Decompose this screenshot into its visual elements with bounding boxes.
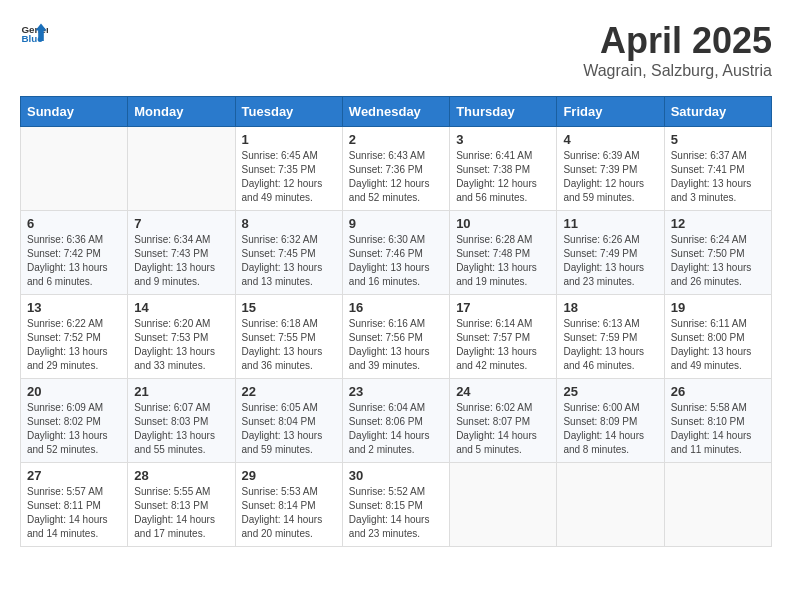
calendar-cell [450,463,557,547]
day-number: 18 [563,300,657,315]
day-info: Sunrise: 6:41 AM Sunset: 7:38 PM Dayligh… [456,149,550,205]
calendar-cell: 20Sunrise: 6:09 AM Sunset: 8:02 PM Dayli… [21,379,128,463]
calendar-cell: 24Sunrise: 6:02 AM Sunset: 8:07 PM Dayli… [450,379,557,463]
day-info: Sunrise: 6:09 AM Sunset: 8:02 PM Dayligh… [27,401,121,457]
calendar-cell [21,127,128,211]
calendar-cell [557,463,664,547]
day-info: Sunrise: 6:20 AM Sunset: 7:53 PM Dayligh… [134,317,228,373]
calendar-cell: 21Sunrise: 6:07 AM Sunset: 8:03 PM Dayli… [128,379,235,463]
calendar-cell: 4Sunrise: 6:39 AM Sunset: 7:39 PM Daylig… [557,127,664,211]
calendar-cell: 28Sunrise: 5:55 AM Sunset: 8:13 PM Dayli… [128,463,235,547]
logo-icon: General Blue [20,20,48,48]
calendar-cell: 9Sunrise: 6:30 AM Sunset: 7:46 PM Daylig… [342,211,449,295]
day-number: 28 [134,468,228,483]
day-number: 4 [563,132,657,147]
page-header: General Blue April 2025 Wagrain, Salzbur… [20,20,772,80]
day-number: 15 [242,300,336,315]
calendar-table: SundayMondayTuesdayWednesdayThursdayFrid… [20,96,772,547]
day-number: 10 [456,216,550,231]
day-info: Sunrise: 6:05 AM Sunset: 8:04 PM Dayligh… [242,401,336,457]
day-number: 6 [27,216,121,231]
day-info: Sunrise: 6:43 AM Sunset: 7:36 PM Dayligh… [349,149,443,205]
calendar-header-row: SundayMondayTuesdayWednesdayThursdayFrid… [21,97,772,127]
calendar-cell: 7Sunrise: 6:34 AM Sunset: 7:43 PM Daylig… [128,211,235,295]
day-of-week-header: Saturday [664,97,771,127]
logo: General Blue [20,20,48,48]
month-title: April 2025 [583,20,772,62]
day-number: 11 [563,216,657,231]
day-number: 30 [349,468,443,483]
calendar-cell: 29Sunrise: 5:53 AM Sunset: 8:14 PM Dayli… [235,463,342,547]
calendar-cell [664,463,771,547]
day-info: Sunrise: 5:55 AM Sunset: 8:13 PM Dayligh… [134,485,228,541]
day-of-week-header: Thursday [450,97,557,127]
calendar-cell: 13Sunrise: 6:22 AM Sunset: 7:52 PM Dayli… [21,295,128,379]
day-number: 9 [349,216,443,231]
day-info: Sunrise: 6:02 AM Sunset: 8:07 PM Dayligh… [456,401,550,457]
day-info: Sunrise: 6:34 AM Sunset: 7:43 PM Dayligh… [134,233,228,289]
day-number: 2 [349,132,443,147]
calendar-week-row: 13Sunrise: 6:22 AM Sunset: 7:52 PM Dayli… [21,295,772,379]
calendar-cell: 15Sunrise: 6:18 AM Sunset: 7:55 PM Dayli… [235,295,342,379]
day-number: 22 [242,384,336,399]
day-info: Sunrise: 6:32 AM Sunset: 7:45 PM Dayligh… [242,233,336,289]
day-number: 8 [242,216,336,231]
day-of-week-header: Monday [128,97,235,127]
day-number: 25 [563,384,657,399]
calendar-cell: 26Sunrise: 5:58 AM Sunset: 8:10 PM Dayli… [664,379,771,463]
day-of-week-header: Sunday [21,97,128,127]
day-info: Sunrise: 6:00 AM Sunset: 8:09 PM Dayligh… [563,401,657,457]
day-number: 23 [349,384,443,399]
day-number: 20 [27,384,121,399]
day-info: Sunrise: 6:45 AM Sunset: 7:35 PM Dayligh… [242,149,336,205]
day-info: Sunrise: 6:36 AM Sunset: 7:42 PM Dayligh… [27,233,121,289]
day-info: Sunrise: 6:22 AM Sunset: 7:52 PM Dayligh… [27,317,121,373]
day-info: Sunrise: 6:18 AM Sunset: 7:55 PM Dayligh… [242,317,336,373]
day-info: Sunrise: 6:14 AM Sunset: 7:57 PM Dayligh… [456,317,550,373]
day-number: 13 [27,300,121,315]
day-info: Sunrise: 6:04 AM Sunset: 8:06 PM Dayligh… [349,401,443,457]
calendar-cell: 11Sunrise: 6:26 AM Sunset: 7:49 PM Dayli… [557,211,664,295]
calendar-cell: 19Sunrise: 6:11 AM Sunset: 8:00 PM Dayli… [664,295,771,379]
location-title: Wagrain, Salzburg, Austria [583,62,772,80]
day-number: 5 [671,132,765,147]
calendar-week-row: 27Sunrise: 5:57 AM Sunset: 8:11 PM Dayli… [21,463,772,547]
title-area: April 2025 Wagrain, Salzburg, Austria [583,20,772,80]
day-of-week-header: Friday [557,97,664,127]
day-info: Sunrise: 5:58 AM Sunset: 8:10 PM Dayligh… [671,401,765,457]
calendar-week-row: 6Sunrise: 6:36 AM Sunset: 7:42 PM Daylig… [21,211,772,295]
calendar-cell: 23Sunrise: 6:04 AM Sunset: 8:06 PM Dayli… [342,379,449,463]
calendar-cell: 16Sunrise: 6:16 AM Sunset: 7:56 PM Dayli… [342,295,449,379]
day-number: 27 [27,468,121,483]
calendar-week-row: 20Sunrise: 6:09 AM Sunset: 8:02 PM Dayli… [21,379,772,463]
calendar-cell: 17Sunrise: 6:14 AM Sunset: 7:57 PM Dayli… [450,295,557,379]
calendar-cell: 8Sunrise: 6:32 AM Sunset: 7:45 PM Daylig… [235,211,342,295]
calendar-cell: 27Sunrise: 5:57 AM Sunset: 8:11 PM Dayli… [21,463,128,547]
day-of-week-header: Wednesday [342,97,449,127]
day-info: Sunrise: 6:26 AM Sunset: 7:49 PM Dayligh… [563,233,657,289]
day-number: 12 [671,216,765,231]
calendar-cell: 25Sunrise: 6:00 AM Sunset: 8:09 PM Dayli… [557,379,664,463]
day-number: 19 [671,300,765,315]
day-number: 14 [134,300,228,315]
day-info: Sunrise: 6:24 AM Sunset: 7:50 PM Dayligh… [671,233,765,289]
day-info: Sunrise: 6:28 AM Sunset: 7:48 PM Dayligh… [456,233,550,289]
calendar-cell: 18Sunrise: 6:13 AM Sunset: 7:59 PM Dayli… [557,295,664,379]
day-number: 7 [134,216,228,231]
calendar-cell: 12Sunrise: 6:24 AM Sunset: 7:50 PM Dayli… [664,211,771,295]
calendar-week-row: 1Sunrise: 6:45 AM Sunset: 7:35 PM Daylig… [21,127,772,211]
calendar-cell [128,127,235,211]
day-info: Sunrise: 5:52 AM Sunset: 8:15 PM Dayligh… [349,485,443,541]
day-of-week-header: Tuesday [235,97,342,127]
calendar-cell: 10Sunrise: 6:28 AM Sunset: 7:48 PM Dayli… [450,211,557,295]
calendar-cell: 2Sunrise: 6:43 AM Sunset: 7:36 PM Daylig… [342,127,449,211]
calendar-cell: 6Sunrise: 6:36 AM Sunset: 7:42 PM Daylig… [21,211,128,295]
day-number: 29 [242,468,336,483]
day-number: 26 [671,384,765,399]
day-info: Sunrise: 6:16 AM Sunset: 7:56 PM Dayligh… [349,317,443,373]
calendar-cell: 30Sunrise: 5:52 AM Sunset: 8:15 PM Dayli… [342,463,449,547]
day-number: 1 [242,132,336,147]
day-info: Sunrise: 6:07 AM Sunset: 8:03 PM Dayligh… [134,401,228,457]
calendar-cell: 14Sunrise: 6:20 AM Sunset: 7:53 PM Dayli… [128,295,235,379]
calendar-cell: 5Sunrise: 6:37 AM Sunset: 7:41 PM Daylig… [664,127,771,211]
